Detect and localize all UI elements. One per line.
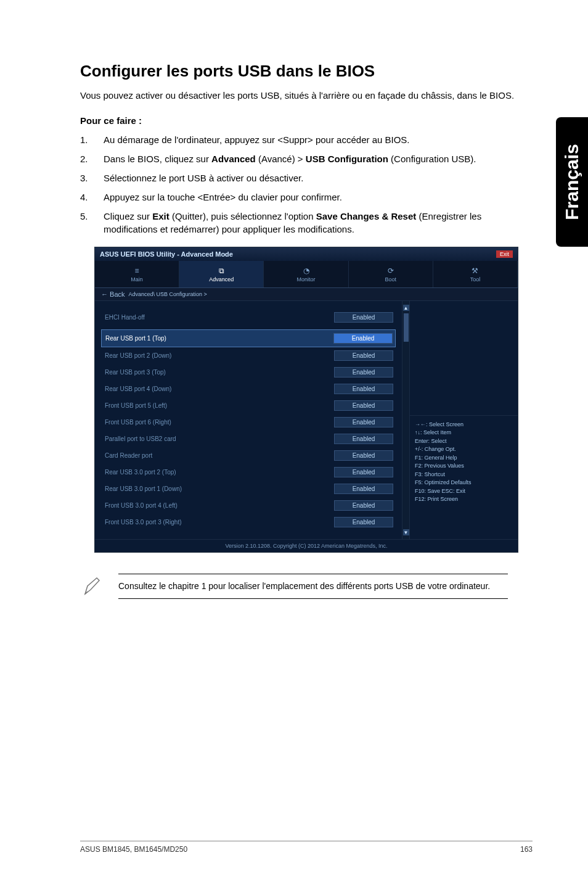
bios-option-value[interactable]: Enabled <box>334 450 393 461</box>
bios-help-panel: →←: Select Screen↑↓: Select ItemEnter: S… <box>410 415 518 540</box>
bios-option-value[interactable]: Enabled <box>334 417 393 427</box>
bios-option-label: Rear USB 3.0 port 1 (Down) <box>104 485 334 492</box>
bios-option-value[interactable]: Enabled <box>334 517 393 527</box>
bios-breadcrumb: ← Back Advanced\ USB Configuration > <box>95 288 518 301</box>
bios-help-line: →←: Select Screen <box>415 421 513 429</box>
bios-title-text: ASUS UEFI BIOS Utility - Advanced Mode <box>100 250 233 258</box>
scroll-down-icon[interactable]: ▼ <box>403 529 409 535</box>
bios-option-row[interactable]: Rear USB port 3 (Top)Enabled <box>101 364 396 381</box>
bios-option-label: Card Reader port <box>104 452 334 459</box>
bios-option-row[interactable]: Rear USB port 2 (Down)Enabled <box>101 347 396 364</box>
bios-option-row[interactable]: Front USB port 6 (Right)Enabled <box>101 414 396 431</box>
bios-option-value[interactable]: Enabled <box>334 484 393 494</box>
page-heading: Configurer les ports USB dans le BIOS <box>80 62 533 81</box>
bios-tab-label: Tool <box>470 276 481 283</box>
bios-option-label: Parallel port to USB2 card <box>104 435 334 442</box>
pencil-note-icon <box>80 574 105 599</box>
bios-option-row[interactable]: Rear USB 3.0 port 2 (Top)Enabled <box>101 464 396 481</box>
steps-subheading: Pour ce faire : <box>80 115 533 126</box>
step-item: Cliquez sur Exit (Quitter), puis sélecti… <box>80 210 533 236</box>
page-footer: ASUS BM1845, BM1645/MD250 163 <box>80 841 533 854</box>
bios-option-row[interactable]: Front USB 3.0 port 4 (Left)Enabled <box>101 497 396 514</box>
step-item: Appuyez sur la touche <Entrée> du clavie… <box>80 191 533 204</box>
bios-option-label: Rear USB port 4 (Down) <box>104 386 334 392</box>
bios-option-row[interactable]: Front USB port 5 (Left)Enabled <box>101 397 396 414</box>
bios-tab-label: Advanced <box>209 276 234 283</box>
bios-option-value[interactable]: Enabled <box>333 333 393 344</box>
bios-option-value[interactable]: Enabled <box>334 434 393 444</box>
bios-titlebar: ASUS UEFI BIOS Utility - Advanced Mode E… <box>95 247 518 261</box>
bios-option-row[interactable]: Rear USB 3.0 port 1 (Down)Enabled <box>101 481 396 497</box>
bios-option-value[interactable]: Enabled <box>334 384 393 394</box>
bios-option-value[interactable]: Enabled <box>334 400 393 411</box>
note-block: Consultez le chapitre 1 pour localiser l… <box>80 574 533 599</box>
scroll-thumb[interactable] <box>404 313 409 342</box>
bios-help-line: ↑↓: Select Item <box>415 429 513 437</box>
step-item: Sélectionnez le port USB à activer ou dé… <box>80 171 533 184</box>
monitor-tab-icon: ◔ <box>301 266 311 275</box>
bios-option-label: Front USB 3.0 port 4 (Left) <box>104 502 334 509</box>
bios-body: EHCI Hand-offEnabledRear USB port 1 (Top… <box>95 301 518 539</box>
bios-tab-label: Boot <box>385 276 396 283</box>
bios-option-value[interactable]: Enabled <box>334 367 393 377</box>
bios-tab-label: Monitor <box>297 276 316 283</box>
bios-option-label: Rear USB port 1 (Top) <box>104 335 333 342</box>
advanced-tab-icon: ⧉ <box>216 266 226 275</box>
bios-option-value[interactable]: Enabled <box>334 467 393 477</box>
bios-option-row[interactable]: Rear USB port 4 (Down)Enabled <box>101 381 396 397</box>
bios-tab-main[interactable]: ≡Main <box>95 261 179 287</box>
boot-tab-icon: ⟳ <box>386 266 396 275</box>
bios-option-label: Rear USB port 2 (Down) <box>104 352 334 359</box>
bios-option-label: Rear USB 3.0 port 2 (Top) <box>104 469 334 476</box>
footer-page-number: 163 <box>520 845 533 854</box>
bios-title-exit-badge[interactable]: Exit <box>496 250 513 258</box>
bios-help-line: F2: Previous Values <box>415 462 513 471</box>
breadcrumb-back-icon[interactable]: ← Back <box>101 291 125 298</box>
bios-option-label: Front USB port 5 (Left) <box>104 402 334 409</box>
bios-option-label: Front USB port 6 (Right) <box>104 419 334 426</box>
breadcrumb-path: Advanced\ USB Configuration > <box>129 291 207 297</box>
bios-option-label: EHCI Hand-off <box>104 314 334 321</box>
intro-paragraph: Vous pouvez activer ou désactiver les po… <box>80 89 533 102</box>
bios-option-row[interactable]: Front USB 3.0 port 3 (Right)Enabled <box>101 514 396 530</box>
bios-help-line: +/-: Change Opt. <box>415 445 513 454</box>
bios-option-label: Rear USB port 3 (Top) <box>104 369 334 376</box>
bios-option-label: Front USB 3.0 port 3 (Right) <box>104 519 334 526</box>
bios-tab-tool[interactable]: ⚒Tool <box>433 261 518 287</box>
bios-help-line: F1: General Help <box>415 454 513 463</box>
bios-help-line: F12: Print Screen <box>415 495 513 504</box>
scroll-up-icon[interactable]: ▲ <box>403 305 409 311</box>
step-item: Au démarage de l'ordinateur, appuyez sur… <box>80 133 533 146</box>
bios-option-row[interactable]: EHCI Hand-offEnabled <box>101 306 396 326</box>
note-text: Consultez le chapitre 1 pour localiser l… <box>118 574 508 599</box>
bios-option-row[interactable]: Parallel port to USB2 cardEnabled <box>101 431 396 447</box>
bios-scrollbar[interactable]: ▲ ▼ <box>402 301 409 539</box>
bios-help-line: F3: Shortcut <box>415 471 513 479</box>
bios-option-value[interactable]: Enabled <box>334 500 393 511</box>
bios-side-panel: →←: Select Screen↑↓: Select ItemEnter: S… <box>409 301 518 539</box>
bios-tab-label: Main <box>131 276 143 283</box>
main-tab-icon: ≡ <box>132 266 142 275</box>
bios-tabs-row: ≡Main⧉Advanced◔Monitor⟳Boot⚒Tool <box>95 261 518 288</box>
bios-tab-advanced[interactable]: ⧉Advanced <box>179 261 264 287</box>
bios-screenshot: ASUS UEFI BIOS Utility - Advanced Mode E… <box>94 247 518 553</box>
bios-footer-version: Version 2.10.1208. Copyright (C) 2012 Am… <box>95 539 518 552</box>
bios-help-line: F5: Optimized Defaults <box>415 479 513 487</box>
tool-tab-icon: ⚒ <box>470 266 480 275</box>
bios-tab-monitor[interactable]: ◔Monitor <box>264 261 348 287</box>
footer-model: ASUS BM1845, BM1645/MD250 <box>80 845 187 854</box>
bios-options-list: EHCI Hand-offEnabledRear USB port 1 (Top… <box>95 301 402 539</box>
steps-ordered-list: Au démarage de l'ordinateur, appuyez sur… <box>80 133 533 236</box>
bios-option-value[interactable]: Enabled <box>334 312 393 323</box>
bios-option-value[interactable]: Enabled <box>334 350 393 361</box>
step-item: Dans le BIOS, cliquez sur Advanced (Avan… <box>80 152 533 165</box>
bios-help-line: F10: Save ESC: Exit <box>415 487 513 496</box>
bios-tab-boot[interactable]: ⟳Boot <box>349 261 433 287</box>
bios-option-row[interactable]: Rear USB port 1 (Top)Enabled <box>101 329 396 347</box>
bios-help-line: Enter: Select <box>415 437 513 446</box>
bios-option-row[interactable]: Card Reader portEnabled <box>101 447 396 464</box>
